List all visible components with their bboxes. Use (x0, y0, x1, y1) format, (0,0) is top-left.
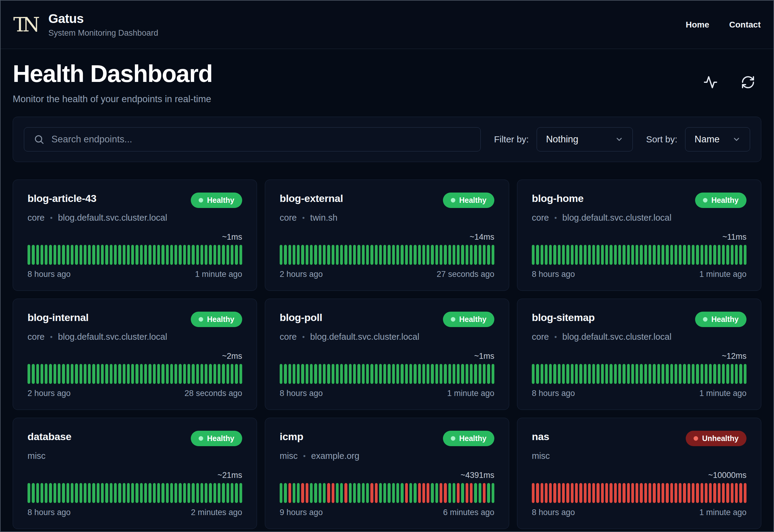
endpoint-card[interactable]: blog-article-43 Healthy core • blog.defa… (13, 180, 257, 291)
uptime-bar (588, 364, 591, 384)
search-input[interactable] (24, 127, 481, 151)
uptime-bar (418, 364, 421, 384)
uptime-bar (344, 245, 347, 265)
uptime-bar (28, 364, 30, 384)
endpoint-group: core (28, 332, 44, 342)
uptime-bar (692, 245, 694, 265)
uptime-bar (45, 245, 47, 265)
nav-link-home[interactable]: Home (686, 20, 709, 30)
endpoint-card[interactable]: blog-sitemap Healthy core • blog.default… (517, 299, 761, 410)
uptime-bar (118, 364, 121, 384)
endpoint-subtitle: misc (532, 451, 746, 461)
uptime-bar (187, 483, 190, 503)
uptime-bar (379, 245, 382, 265)
header: TN Gatus System Monitoring Dashboard Hom… (1, 1, 773, 49)
uptime-bar (161, 483, 164, 503)
endpoint-newest: 6 minutes ago (443, 508, 494, 517)
uptime-bar (49, 364, 52, 384)
activity-icon[interactable] (703, 75, 718, 89)
uptime-bar (28, 245, 30, 265)
uptime-bar (183, 245, 186, 265)
uptime-bar (444, 483, 447, 503)
uptime-bar (597, 364, 599, 384)
uptime-bar (327, 245, 330, 265)
uptime-bar (174, 245, 177, 265)
uptime-bar (166, 483, 169, 503)
uptime-bar (353, 245, 356, 265)
uptime-bar (97, 245, 99, 265)
endpoint-card[interactable]: blog-internal Healthy core • blog.defaul… (13, 299, 257, 410)
app-window: TN Gatus System Monitoring Dashboard Hom… (0, 0, 774, 532)
endpoint-card[interactable]: database Healthy misc ~21ms 8 hours ago … (13, 418, 257, 529)
uptime-bar (662, 364, 664, 384)
endpoint-host: example.org (311, 451, 359, 461)
endpoint-card[interactable]: nas Unhealthy misc ~10000ms 8 hours ago … (517, 418, 761, 529)
uptime-bar (448, 245, 451, 265)
endpoint-card[interactable]: blog-poll Healthy core • blog.default.sv… (265, 299, 509, 410)
uptime-bar (388, 245, 390, 265)
uptime-bar (688, 364, 690, 384)
uptime-bar (92, 245, 95, 265)
uptime-bar (474, 483, 477, 503)
endpoint-oldest: 2 hours ago (28, 389, 71, 398)
endpoint-card[interactable]: blog-home Healthy core • blog.default.sv… (517, 180, 761, 291)
uptime-bar (36, 245, 39, 265)
uptime-bar (28, 483, 30, 503)
endpoint-newest: 1 minute ago (699, 270, 746, 279)
uptime-bar (492, 245, 494, 265)
uptime-bar (431, 364, 434, 384)
uptime-bar (453, 483, 455, 503)
uptime-bar (92, 364, 95, 384)
uptime-bar (297, 483, 300, 503)
endpoint-oldest: 8 hours ago (28, 508, 71, 517)
uptime-bar (353, 483, 356, 503)
endpoint-group: core (28, 213, 44, 223)
uptime-bar (623, 483, 625, 503)
endpoint-latency: ~11ms (532, 232, 746, 242)
uptime-bar (466, 483, 468, 503)
uptime-bar (683, 483, 686, 503)
uptime-bar (323, 364, 326, 384)
uptime-bar (640, 364, 642, 384)
uptime-bar (379, 364, 382, 384)
uptime-bar (636, 364, 638, 384)
filter-select[interactable]: Nothing (537, 127, 633, 151)
uptime-bar (614, 483, 617, 503)
uptime-bar (97, 483, 99, 503)
refresh-icon[interactable] (741, 75, 755, 89)
uptime-bar (662, 245, 664, 265)
uptime-bar (62, 483, 65, 503)
uptime-bar (414, 245, 416, 265)
uptime-bar (174, 483, 177, 503)
nav-link-contact[interactable]: Contact (729, 20, 761, 30)
endpoint-oldest: 2 hours ago (280, 270, 323, 279)
card-top: blog-poll Healthy (280, 312, 494, 327)
uptime-bar (571, 364, 574, 384)
uptime-bar (179, 364, 181, 384)
uptime-bar (636, 483, 638, 503)
uptime-bar (735, 364, 738, 384)
uptime-bar (722, 245, 725, 265)
uptime-bar (187, 364, 190, 384)
status-dot-icon (694, 436, 698, 441)
uptime-bar (144, 245, 147, 265)
endpoint-latency: ~21ms (28, 471, 242, 480)
uptime-bar (553, 364, 556, 384)
uptime-bar (683, 364, 686, 384)
endpoint-subtitle: core • blog.default.svc.cluster.local (28, 213, 242, 223)
uptime-bar (357, 364, 360, 384)
uptime-bar (453, 245, 455, 265)
endpoint-card[interactable]: icmp Healthy misc • example.org ~4391ms … (265, 418, 509, 529)
status-badge: Healthy (191, 431, 242, 446)
status-label: Healthy (207, 434, 234, 443)
uptime-bar (492, 364, 494, 384)
endpoint-times: 9 hours ago 6 minutes ago (280, 508, 494, 517)
uptime-bar (401, 245, 403, 265)
uptime-bar (627, 364, 630, 384)
endpoint-card[interactable]: blog-external Healthy core • twin.sh ~14… (265, 180, 509, 291)
endpoint-host: blog.default.svc.cluster.local (58, 332, 167, 342)
uptime-bar (718, 483, 720, 503)
uptime-bar (105, 245, 108, 265)
sort-select[interactable]: Name (685, 127, 750, 151)
uptime-bar (226, 483, 229, 503)
